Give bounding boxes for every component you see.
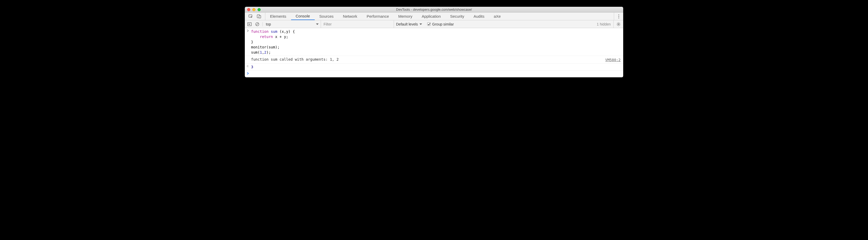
panel-tabs: Elements Console Sources Network Perform… xyxy=(265,12,505,20)
checkbox-checked-icon xyxy=(427,22,431,26)
tab-console[interactable]: Console xyxy=(291,12,315,20)
svg-line-15 xyxy=(619,25,620,26)
zoom-window-button[interactable] xyxy=(257,8,261,11)
minimize-window-button[interactable] xyxy=(252,8,255,11)
gear-icon xyxy=(616,22,621,26)
filter-input[interactable] xyxy=(321,20,394,28)
window-controls xyxy=(245,8,261,11)
svg-point-3 xyxy=(618,14,619,15)
context-selector[interactable]: top xyxy=(264,20,321,28)
tab-label: Application xyxy=(422,14,441,19)
tab-label: Performance xyxy=(367,14,389,19)
context-value: top xyxy=(266,22,271,26)
tab-label: Sources xyxy=(319,14,334,19)
tab-application[interactable]: Application xyxy=(417,12,445,20)
device-toolbar-icon[interactable] xyxy=(257,14,261,19)
svg-point-9 xyxy=(618,23,619,24)
tab-label: Security xyxy=(450,14,464,19)
tab-elements[interactable]: Elements xyxy=(265,12,291,20)
more-menu[interactable] xyxy=(614,12,623,20)
tab-label: Audits xyxy=(473,14,485,19)
close-window-button[interactable] xyxy=(247,8,250,11)
tab-axe[interactable]: aXe xyxy=(489,12,505,20)
console-settings[interactable] xyxy=(613,20,623,28)
kebab-icon xyxy=(618,14,619,19)
levels-label: Default levels xyxy=(396,22,418,26)
tab-network[interactable]: Network xyxy=(338,12,362,20)
input-code: function sum (x,y) { return x + y; } mon… xyxy=(251,29,623,55)
toggle-drawer-icon[interactable] xyxy=(247,22,252,26)
chevron-down-icon xyxy=(316,23,319,25)
input-prompt-icon xyxy=(245,29,251,55)
result-value: 3 xyxy=(251,64,623,70)
tab-label: Console xyxy=(296,14,310,18)
svg-point-5 xyxy=(618,18,619,18)
group-similar-toggle[interactable]: Group similar xyxy=(424,20,457,28)
svg-line-14 xyxy=(617,23,618,23)
console-input-empty[interactable] xyxy=(245,71,623,77)
console-log-row: function sum called with arguments: 1, 2… xyxy=(245,56,623,63)
panel-tabbar: Elements Console Sources Network Perform… xyxy=(245,12,623,20)
console-toolbar: top Default levels Group similar 1 hidde… xyxy=(245,20,623,28)
svg-point-18 xyxy=(248,66,249,66)
console-input-row[interactable]: function sum (x,y) { return x + y; } mon… xyxy=(245,28,623,56)
svg-rect-2 xyxy=(259,15,261,18)
log-message: function sum called with arguments: 1, 2 xyxy=(251,57,605,62)
console-result-row: 3 xyxy=(245,63,623,71)
tab-security[interactable]: Security xyxy=(445,12,469,20)
source-link[interactable]: VM580:2 xyxy=(605,57,623,62)
titlebar: DevTools - developers.google.com/web/sho… xyxy=(245,7,623,12)
log-levels-selector[interactable]: Default levels xyxy=(394,20,424,28)
tab-audits[interactable]: Audits xyxy=(469,12,489,20)
chevron-down-icon xyxy=(420,23,422,25)
devtools-window: DevTools - developers.google.com/web/sho… xyxy=(245,7,623,77)
hidden-count[interactable]: 1 hidden xyxy=(597,22,613,26)
inspect-tools xyxy=(245,12,265,20)
tab-label: aXe xyxy=(494,14,501,19)
clear-console-icon[interactable] xyxy=(255,22,259,26)
tab-memory[interactable]: Memory xyxy=(394,12,417,20)
window-title: DevTools - developers.google.com/web/sho… xyxy=(245,7,623,11)
inspect-element-icon[interactable] xyxy=(248,14,253,19)
svg-line-16 xyxy=(617,25,618,26)
tab-label: Network xyxy=(343,14,357,19)
svg-point-4 xyxy=(618,16,619,17)
console-output: function sum (x,y) { return x + y; } mon… xyxy=(245,28,623,77)
svg-line-8 xyxy=(256,23,258,25)
output-prompt-icon xyxy=(245,64,251,70)
log-gutter xyxy=(245,57,251,62)
svg-line-17 xyxy=(619,23,620,23)
tab-label: Memory xyxy=(398,14,412,19)
input-prompt-icon xyxy=(245,72,251,75)
tab-performance[interactable]: Performance xyxy=(362,12,394,20)
tab-sources[interactable]: Sources xyxy=(315,12,338,20)
tab-label: Elements xyxy=(270,14,286,19)
group-label: Group similar xyxy=(432,22,454,26)
